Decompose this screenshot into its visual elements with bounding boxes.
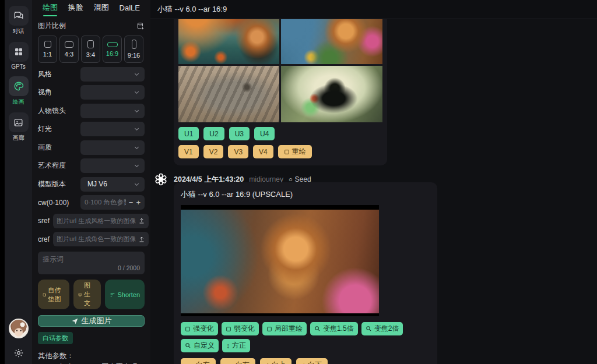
quality-dropdown[interactable] bbox=[80, 140, 145, 155]
other-params-notes: 其他参数： 1 --no 忽略 --no car 图中不出现车 2 --seed… bbox=[38, 351, 145, 364]
pan-right-button[interactable]: →向右 bbox=[220, 358, 255, 364]
ratio-option-1-1[interactable]: 1:1 bbox=[38, 36, 57, 63]
lighting-dropdown[interactable] bbox=[80, 122, 145, 136]
ratio-option-3-4[interactable]: 3:4 bbox=[81, 36, 100, 63]
zoom-out-1-5x-button[interactable]: 变焦1.5倍 bbox=[310, 322, 358, 335]
upscaled-image[interactable] bbox=[181, 210, 379, 313]
up-down-arrow-icon: ↕ bbox=[226, 342, 230, 350]
aspect-ratio-selector: 1:1 4:3 3:4 16:9 9:16 bbox=[38, 36, 145, 63]
plain-params-pill[interactable]: 白话参数 bbox=[38, 332, 73, 344]
conversation-header: 小猫 --v 6.0 --ar 16:9 bbox=[150, 0, 597, 19]
sidebar-item-gallery[interactable]: 画廊 bbox=[9, 112, 29, 142]
chevron-down-icon bbox=[134, 108, 140, 114]
ratio-glyph bbox=[132, 40, 136, 49]
ratio-glyph bbox=[65, 41, 73, 48]
pan-actions-row: ←向左 →向右 ↑向上 ↓向下 bbox=[181, 358, 430, 364]
preset-save-icon[interactable] bbox=[136, 22, 145, 30]
ratio-glyph bbox=[107, 42, 118, 47]
upscale-result-message: 小猫 --v 6.0 --ar 16:9 (UPSCALE) 强变化 弱变化 局… bbox=[174, 182, 437, 364]
field-label-quality: 画质 bbox=[38, 143, 52, 153]
prompt-placeholder: 提示词 bbox=[43, 255, 140, 264]
sidebar-item-draw[interactable]: 绘画 bbox=[9, 76, 29, 106]
generated-image-4[interactable] bbox=[281, 66, 382, 122]
ratio-section-label: 图片比例 bbox=[38, 21, 66, 31]
ratio-glyph bbox=[44, 41, 51, 48]
upscale-actions-row: 强变化 弱变化 局部重绘 变焦1.5倍 变焦2倍 自定义 ↕方正 bbox=[181, 322, 430, 352]
tab-face-swap[interactable]: 换脸 bbox=[67, 0, 85, 15]
chat-scroll-area[interactable]: U1 U2 U3 U4 V1 V2 V3 V4 重绘 bbox=[150, 19, 597, 364]
zoom-out-2x-button[interactable]: 变焦2倍 bbox=[361, 322, 403, 335]
ratio-option-16-9[interactable]: 16:9 bbox=[103, 36, 122, 63]
note-line: 1 --no 忽略 --no car 图中不出现车 bbox=[38, 362, 145, 364]
tab-dalle[interactable]: DalLE bbox=[118, 1, 141, 15]
field-label-style: 风格 bbox=[38, 69, 52, 79]
square-icon bbox=[226, 326, 231, 332]
ratio-option-9-16[interactable]: 9:16 bbox=[124, 36, 143, 63]
redraw-button[interactable]: 重绘 bbox=[278, 145, 312, 158]
field-label-shot: 人物镜头 bbox=[38, 106, 66, 116]
tab-blend[interactable]: 混图 bbox=[93, 0, 110, 15]
sref-input[interactable]: 图片url 生成风格一致的图像 bbox=[53, 214, 149, 228]
shot-dropdown[interactable] bbox=[80, 104, 145, 118]
cref-label: cref bbox=[38, 235, 50, 243]
cref-input[interactable]: 图片url 生成角色一致的图像 bbox=[53, 232, 149, 246]
field-label-model: 模型版本 bbox=[38, 179, 66, 189]
settings-gear-icon[interactable] bbox=[13, 348, 24, 358]
pan-up-button[interactable]: ↑向上 bbox=[260, 358, 292, 364]
view-dropdown[interactable] bbox=[80, 85, 145, 100]
minus-button[interactable]: − bbox=[129, 199, 134, 206]
sidebar-item-label: 对话 bbox=[13, 27, 24, 36]
image-to-text-chip[interactable]: 图生文 bbox=[73, 280, 101, 309]
make-square-button[interactable]: ↕方正 bbox=[222, 339, 250, 352]
sidebar-item-label: 画廊 bbox=[13, 134, 24, 142]
draw-settings-panel: 绘图 换脸 混图 DalLE 图片比例 1:1 4:3 3:4 16:9 9:1… bbox=[32, 0, 150, 364]
variation-v4-button[interactable]: V4 bbox=[253, 145, 273, 158]
upscale-u4-button[interactable]: U4 bbox=[254, 127, 275, 140]
style-dropdown[interactable] bbox=[80, 67, 145, 82]
pan-left-button[interactable]: ←向左 bbox=[181, 358, 216, 364]
image-grid bbox=[178, 19, 382, 122]
variation-v2-button[interactable]: V2 bbox=[203, 145, 224, 158]
square-icon bbox=[185, 326, 191, 332]
stylize-dropdown[interactable] bbox=[80, 158, 145, 173]
generated-image-1[interactable] bbox=[178, 19, 279, 64]
cw-placeholder: 0-100 角色参数 bbox=[85, 198, 126, 207]
prompt-textarea[interactable]: 提示词 0 / 2000 bbox=[38, 252, 145, 274]
generated-image-3[interactable] bbox=[178, 66, 279, 122]
upscale-u3-button[interactable]: U3 bbox=[229, 127, 250, 140]
chevron-down-icon bbox=[134, 162, 140, 169]
strong-variation-button[interactable]: 强变化 bbox=[181, 322, 218, 335]
magnifier-icon bbox=[185, 342, 191, 349]
cref-placeholder: 图片url 生成角色一致的图像 bbox=[57, 235, 136, 243]
pan-down-button[interactable]: ↓向下 bbox=[296, 358, 328, 364]
prompt-tool-chips: 自传垫图 图生文 Shorten bbox=[38, 280, 145, 309]
upscale-u1-button[interactable]: U1 bbox=[178, 127, 199, 140]
custom-zoom-button[interactable]: 自定义 bbox=[181, 339, 219, 352]
ratio-option-4-3[interactable]: 4:3 bbox=[59, 36, 79, 63]
redraw-icon bbox=[284, 149, 290, 155]
upload-icon[interactable] bbox=[138, 217, 145, 224]
sidebar-item-chat[interactable]: 对话 bbox=[9, 6, 29, 36]
chevron-down-icon bbox=[134, 89, 140, 96]
plus-button[interactable]: + bbox=[136, 199, 141, 206]
magnifier-icon bbox=[366, 326, 372, 332]
pad-image-chip[interactable]: 自传垫图 bbox=[38, 280, 69, 309]
panel-tabs: 绘图 换脸 混图 DalLE bbox=[38, 0, 145, 15]
inpaint-button[interactable]: 局部重绘 bbox=[262, 322, 307, 335]
model-value: MJ V6 bbox=[85, 180, 107, 188]
upscale-button-row: U1 U2 U3 U4 bbox=[178, 127, 382, 140]
variation-v3-button[interactable]: V3 bbox=[228, 145, 248, 158]
generate-image-button[interactable]: 生成图片 bbox=[38, 315, 145, 327]
model-dropdown[interactable]: MJ V6 bbox=[80, 177, 145, 192]
user-avatar[interactable] bbox=[9, 319, 29, 338]
upscale-u2-button[interactable]: U2 bbox=[203, 127, 224, 140]
cw-stepper[interactable]: 0-100 角色参数 − + bbox=[80, 195, 145, 210]
subtle-variation-button[interactable]: 弱变化 bbox=[222, 322, 259, 335]
generated-image-2[interactable] bbox=[281, 19, 382, 64]
variation-v1-button[interactable]: V1 bbox=[178, 145, 199, 158]
sidebar-item-gpts[interactable]: GPTs bbox=[9, 42, 29, 70]
right-arrow-icon: → bbox=[226, 361, 233, 364]
shorten-chip[interactable]: Shorten bbox=[105, 280, 145, 309]
tab-draw[interactable]: 绘图 bbox=[41, 0, 59, 15]
upload-icon[interactable] bbox=[138, 236, 145, 243]
